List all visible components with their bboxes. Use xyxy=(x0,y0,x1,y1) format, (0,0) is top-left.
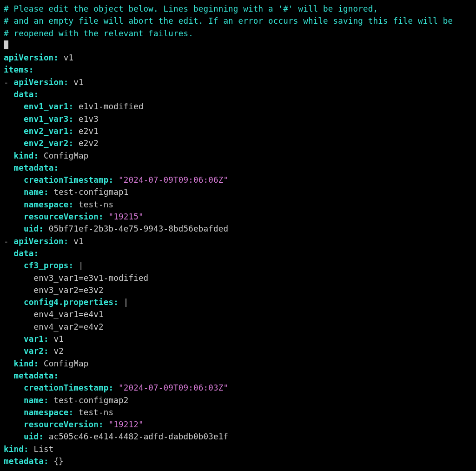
yaml-block-line: env4_var2=e4v2 xyxy=(33,322,103,332)
yaml-key: uid xyxy=(24,224,39,233)
yaml-key: apiVersion xyxy=(14,237,64,246)
yaml-key: cf3_props xyxy=(24,261,69,270)
yaml-value: test-ns xyxy=(79,408,113,417)
yaml-key: apiVersion xyxy=(4,53,53,62)
comment-line: # Please edit the object below. Lines be… xyxy=(4,4,378,13)
yaml-value: v1 xyxy=(73,78,83,87)
yaml-value: v1 xyxy=(73,237,83,246)
yaml-value: e1v1-modified xyxy=(79,102,144,111)
yaml-key: apiVersion xyxy=(14,78,64,87)
yaml-key: var1 xyxy=(24,334,44,344)
yaml-key: env1_var3 xyxy=(24,114,69,124)
yaml-key: name xyxy=(24,396,44,405)
yaml-key: namespace xyxy=(24,200,69,209)
yaml-key: data xyxy=(13,249,33,258)
yaml-key: env2_var1 xyxy=(24,126,69,136)
yaml-key: env1_var1 xyxy=(24,102,69,111)
yaml-block-line: env4_var1=e4v1 xyxy=(33,310,103,319)
list-dash: - xyxy=(4,237,9,246)
yaml-key: namespace xyxy=(24,408,69,417)
list-dash: - xyxy=(4,78,9,87)
yaml-value: e2v2 xyxy=(79,139,99,148)
yaml-value: ac505c46-e414-4482-adfd-dabdb0b03e1f xyxy=(49,432,229,441)
yaml-value: e1v3 xyxy=(79,114,99,124)
yaml-string: "19212" xyxy=(108,420,143,429)
comment-line: # reopened with the relevant failures. xyxy=(4,29,193,38)
yaml-string: "2024-07-09T09:06:06Z" xyxy=(119,175,228,185)
yaml-key: kind xyxy=(4,444,24,454)
yaml-value: v1 xyxy=(64,53,73,62)
yaml-key: uid xyxy=(24,432,39,441)
yaml-block-line: env3_var2=e3v2 xyxy=(33,285,103,295)
yaml-key: metadata xyxy=(4,457,44,466)
yaml-key: resourceVersion xyxy=(24,420,99,429)
yaml-key: metadata xyxy=(13,371,53,380)
yaml-key: kind xyxy=(13,151,33,160)
yaml-editor[interactable]: # Please edit the object below. Lines be… xyxy=(0,0,476,470)
yaml-key: env2_var2 xyxy=(24,139,69,148)
yaml-key: data xyxy=(13,90,33,99)
yaml-value: ConfigMap xyxy=(44,359,89,368)
yaml-value: v1 xyxy=(53,334,63,344)
comment-line: # and an empty file will abort the edit.… xyxy=(4,16,453,26)
yaml-value: e2v1 xyxy=(79,126,99,136)
text-cursor xyxy=(4,40,8,49)
yaml-block-line: env3_var1=e3v1-modified xyxy=(33,273,148,283)
yaml-key: items xyxy=(4,65,29,74)
yaml-key: var2 xyxy=(24,346,44,356)
yaml-value: 05bf71ef-2b3b-4e75-9943-8bd56ebafded xyxy=(49,224,229,233)
yaml-key: metadata xyxy=(13,163,53,172)
yaml-key: creationTimestamp xyxy=(24,175,109,185)
yaml-value: List xyxy=(33,444,53,454)
yaml-value: test-ns xyxy=(79,200,113,209)
yaml-pipe: | xyxy=(124,298,129,307)
yaml-key: creationTimestamp xyxy=(24,383,109,392)
yaml-value: test-configmap2 xyxy=(53,396,128,405)
yaml-value: {} xyxy=(53,457,63,466)
yaml-string: "2024-07-09T09:06:03Z" xyxy=(119,383,228,392)
yaml-value: v2 xyxy=(53,346,63,356)
yaml-value: test-configmap1 xyxy=(53,187,128,197)
yaml-pipe: | xyxy=(79,261,84,270)
yaml-key: name xyxy=(24,187,44,197)
yaml-value: ConfigMap xyxy=(44,151,89,160)
yaml-key: resourceVersion xyxy=(24,212,99,221)
yaml-string: "19215" xyxy=(108,212,143,221)
yaml-key: kind xyxy=(13,359,33,368)
yaml-key: config4.properties xyxy=(24,298,113,307)
